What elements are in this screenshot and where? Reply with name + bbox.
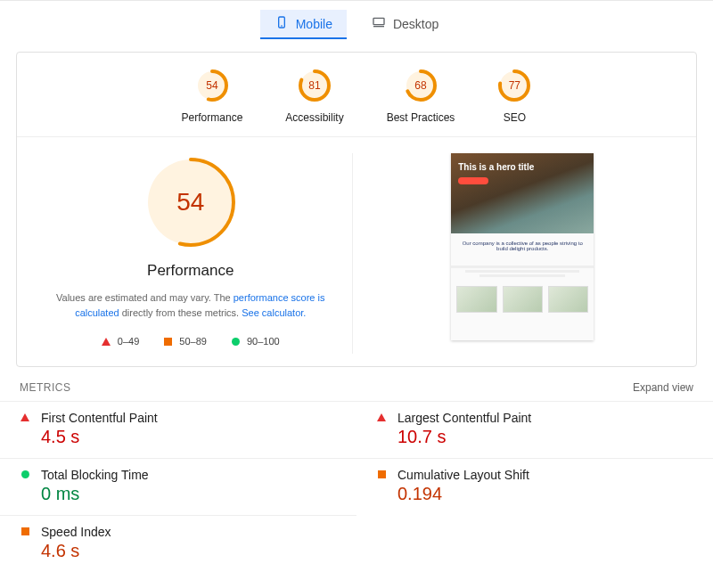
see-calculator-link[interactable]: See calculator. bbox=[242, 307, 306, 318]
score-legend: 0–49 50–89 90–100 bbox=[102, 336, 280, 347]
gauge-value: 54 bbox=[195, 69, 229, 102]
gauge-label: SEO bbox=[504, 111, 526, 124]
metrics-header: METRICS Expand view bbox=[0, 374, 713, 401]
gauge-best practices[interactable]: 68 Best Practices bbox=[387, 69, 455, 124]
performance-big-gauge: 54 bbox=[142, 153, 240, 251]
legend-mid: 50–89 bbox=[164, 336, 207, 347]
legend-bad: 0–49 bbox=[102, 336, 139, 347]
metric-name: First Contentful Paint bbox=[41, 411, 158, 425]
thumb-hero-title: This is a hero title bbox=[458, 162, 586, 172]
gauge-value: 68 bbox=[404, 69, 438, 102]
legend-good: 90–100 bbox=[232, 336, 280, 347]
legend-good-label: 90–100 bbox=[247, 336, 280, 347]
tab-desktop[interactable]: Desktop bbox=[357, 10, 453, 39]
performance-gauge-panel: 54 Performance Values are estimated and … bbox=[29, 153, 353, 354]
circle-icon bbox=[232, 338, 240, 346]
performance-big-value: 54 bbox=[142, 153, 240, 251]
svg-rect-2 bbox=[373, 18, 384, 24]
mobile-icon bbox=[275, 15, 289, 32]
tab-mobile-label: Mobile bbox=[296, 17, 332, 31]
gauge-value: 77 bbox=[497, 69, 531, 102]
thumb-image-row bbox=[451, 286, 594, 313]
metric-row[interactable]: Cumulative Layout Shift 0.194 bbox=[356, 458, 713, 515]
legend-mid-label: 50–89 bbox=[179, 336, 207, 347]
performance-big-label: Performance bbox=[147, 262, 234, 280]
metric-name: Total Blocking Time bbox=[41, 468, 149, 482]
gauge-seo[interactable]: 77 SEO bbox=[497, 69, 531, 124]
gauge-value: 81 bbox=[298, 69, 332, 102]
disclaimer-text: Values are estimated and may vary. The bbox=[56, 292, 234, 303]
gauge-ring: 54 bbox=[195, 69, 229, 102]
metric-value: 0.194 bbox=[397, 484, 529, 504]
metric-name: Speed Index bbox=[41, 525, 111, 539]
circle-icon bbox=[21, 470, 29, 478]
desktop-icon bbox=[372, 15, 386, 32]
report-card: 54 Performance 81 Accessibility 68 bbox=[16, 52, 697, 367]
expand-view-link[interactable]: Expand view bbox=[633, 381, 693, 394]
metric-value: 0 ms bbox=[41, 484, 149, 504]
gauge-ring: 68 bbox=[404, 69, 438, 102]
disclaimer-text-2: directly from these metrics. bbox=[119, 307, 242, 318]
gauge-ring: 81 bbox=[298, 69, 332, 102]
metric-name: Cumulative Layout Shift bbox=[397, 468, 529, 482]
metric-row[interactable]: Total Blocking Time 0 ms bbox=[0, 458, 356, 515]
thumb-body-text: Our company is a collective of as people… bbox=[451, 233, 594, 258]
metric-value: 4.6 s bbox=[41, 541, 111, 561]
performance-detail: 54 Performance Values are estimated and … bbox=[17, 137, 696, 366]
summary-gauges: 54 Performance 81 Accessibility 68 bbox=[17, 69, 696, 137]
gauge-accessibility[interactable]: 81 Accessibility bbox=[285, 69, 343, 124]
metrics-title: METRICS bbox=[20, 381, 71, 394]
gauge-ring: 77 bbox=[497, 69, 531, 102]
metric-row[interactable]: First Contentful Paint 4.5 s bbox=[0, 401, 356, 458]
thumb-hero-button bbox=[458, 177, 488, 184]
screenshot-panel: This is a hero title Our company is a co… bbox=[362, 153, 684, 354]
tab-desktop-label: Desktop bbox=[393, 17, 438, 31]
square-icon bbox=[21, 527, 29, 535]
tab-mobile[interactable]: Mobile bbox=[260, 10, 347, 39]
page-thumbnail: This is a hero title Our company is a co… bbox=[451, 153, 594, 340]
square-icon bbox=[164, 338, 172, 346]
metric-row[interactable]: Speed Index 4.6 s bbox=[0, 515, 356, 572]
metric-value: 4.5 s bbox=[41, 427, 158, 447]
legend-bad-label: 0–49 bbox=[118, 336, 139, 347]
device-tabs: Mobile Desktop bbox=[0, 1, 713, 45]
thumb-hero: This is a hero title bbox=[451, 153, 594, 233]
performance-disclaimer: Values are estimated and may vary. The p… bbox=[39, 290, 342, 320]
gauge-label: Best Practices bbox=[387, 111, 455, 124]
thumb-placeholder-lines bbox=[451, 264, 594, 279]
metric-row[interactable]: Largest Contentful Paint 10.7 s bbox=[356, 401, 713, 458]
gauge-label: Performance bbox=[182, 111, 243, 124]
metrics-grid: First Contentful Paint 4.5 s Largest Con… bbox=[0, 401, 713, 572]
triangle-icon bbox=[377, 413, 386, 421]
metric-value: 10.7 s bbox=[397, 427, 531, 447]
metric-name: Largest Contentful Paint bbox=[397, 411, 531, 425]
triangle-icon bbox=[20, 413, 29, 421]
triangle-icon bbox=[102, 338, 111, 346]
gauge-label: Accessibility bbox=[285, 111, 343, 124]
gauge-performance[interactable]: 54 Performance bbox=[182, 69, 243, 124]
square-icon bbox=[378, 470, 386, 478]
